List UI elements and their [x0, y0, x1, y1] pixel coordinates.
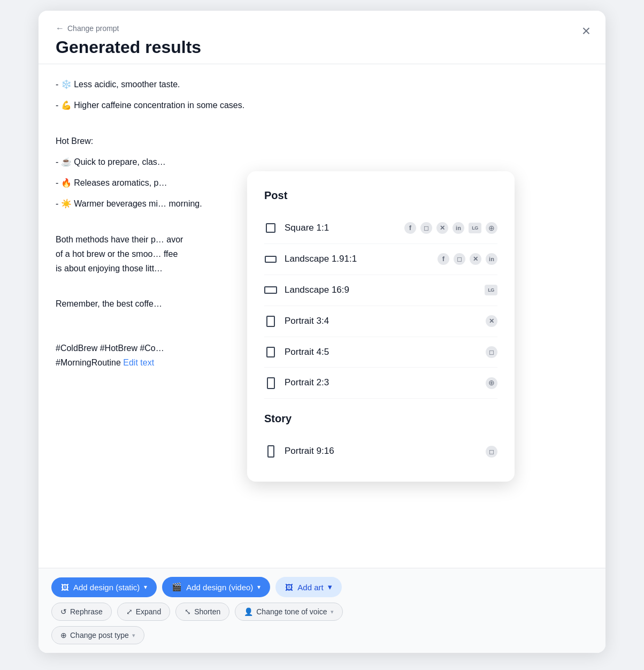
tone-label: Change tone of voice — [256, 607, 327, 616]
ratio-label: Square 1:1 — [285, 220, 329, 236]
ratio-option-portrait-45[interactable]: Portrait 4:5 ◻ — [264, 337, 497, 368]
story-section: Story Portrait 9:16 ◻ — [264, 409, 497, 467]
toolbar-row-2: ↺ Rephrase ⤢ Expand ⤡ Shorten 👤 Change t… — [51, 603, 593, 621]
facebook-icon: f — [404, 222, 416, 234]
ratio-option-landscape-191[interactable]: Landscape 1.91:1 f ◻ ✕ in — [264, 244, 497, 275]
facebook-icon: f — [438, 253, 449, 265]
platform-icons-landscape169: LG — [485, 285, 497, 295]
rephrase-icon: ↺ — [60, 607, 67, 616]
post-section-title: Post — [264, 186, 497, 204]
shorten-icon: ⤡ — [185, 607, 191, 616]
linkedin-icon: in — [453, 222, 464, 234]
expand-icon: ⤢ — [126, 607, 133, 616]
x-icon: ✕ — [486, 315, 497, 327]
back-link[interactable]: ← Change prompt — [56, 24, 588, 33]
ratio-label: Landscape 1.91:1 — [285, 252, 357, 267]
close-button[interactable]: × — [582, 24, 591, 39]
story-section-title: Story — [264, 409, 497, 428]
post-type-icon: ⊕ — [60, 631, 67, 639]
ratio-option-portrait-916[interactable]: Portrait 9:16 ◻ — [264, 436, 497, 467]
art-icon: 🖼 — [285, 583, 293, 592]
ratio-option-square[interactable]: Square 1:1 f ◻ ✕ in LG ⊕ — [264, 213, 497, 244]
platform-icons-portrait23: ⊕ — [486, 377, 497, 389]
expand-label: Expand — [136, 607, 161, 616]
instagram-icon: ◻ — [454, 253, 465, 265]
ratio-item-left: Landscape 16:9 — [264, 283, 349, 298]
x-icon: ✕ — [436, 222, 448, 234]
toolbar-row-1: 🖼 Add design (static) ▾ 🎬 Add design (vi… — [51, 577, 593, 597]
ratio-icon-portrait23 — [264, 377, 277, 390]
chevron-down-icon: ▾ — [331, 608, 334, 615]
ratio-item-left: Landscape 1.91:1 — [264, 252, 357, 267]
toolbar-row-3: ⊕ Change post type ▾ — [51, 626, 593, 644]
lg-icon: LG — [485, 285, 497, 295]
ratio-item-left: Portrait 4:5 — [264, 345, 329, 360]
content-line-4: - ☕ Quick to prepare, clas… — [56, 155, 588, 169]
ratio-label: Portrait 3:4 — [285, 314, 329, 329]
rephrase-button[interactable]: ↺ Rephrase — [51, 603, 112, 621]
main-modal: ← Change prompt Generated results × - ❄️… — [39, 11, 605, 653]
ratio-label: Landscape 16:9 — [285, 283, 349, 298]
chevron-down-icon: ▾ — [132, 632, 135, 639]
add-design-static-button[interactable]: 🖼 Add design (static) ▾ — [51, 577, 157, 597]
ratio-label: Portrait 2:3 — [285, 375, 329, 391]
add-art-button[interactable]: 🖼 Add art ▾ — [275, 577, 341, 597]
platform-icons-portrait34: ✕ — [486, 315, 497, 327]
x-icon: ✕ — [470, 253, 481, 265]
btn-static-label: Add design (static) — [73, 583, 140, 592]
ratio-item-left: Portrait 3:4 — [264, 314, 329, 329]
shorten-button[interactable]: ⤡ Shorten — [175, 603, 229, 621]
modal-header: ← Change prompt Generated results × — [39, 11, 605, 64]
page-title: Generated results — [56, 37, 588, 57]
post-type-dropdown: Post Square 1:1 f ◻ ✕ in LG ⊕ — [247, 171, 515, 482]
btn-video-label: Add design (video) — [186, 583, 253, 592]
chevron-down-icon: ▾ — [144, 583, 147, 591]
ratio-icon-portrait916 — [264, 445, 277, 458]
ratio-icon-landscape169 — [264, 284, 277, 296]
rephrase-label: Rephrase — [70, 607, 103, 616]
content-line-3: Hot Brew: — [56, 134, 588, 148]
ratio-option-landscape-169[interactable]: Landscape 16:9 LG — [264, 275, 497, 306]
platform-icons-square: f ◻ ✕ in LG ⊕ — [404, 222, 497, 234]
ratio-icon-landscape — [264, 253, 277, 265]
content-line-2: - 💪 Higher caffeine concentration in som… — [56, 98, 588, 112]
add-design-video-button[interactable]: 🎬 Add design (video) ▾ — [162, 577, 270, 597]
ratio-label: Portrait 9:16 — [285, 444, 334, 459]
edit-text-link[interactable]: Edit text — [123, 358, 154, 367]
post-type-label: Change post type — [70, 631, 129, 639]
instagram-icon: ◻ — [486, 446, 497, 458]
change-post-type-button[interactable]: ⊕ Change post type ▾ — [51, 626, 144, 644]
content-area: - ❄️ Less acidic, smoother taste. - 💪 Hi… — [39, 64, 605, 475]
chevron-down-icon: ▾ — [257, 583, 260, 591]
ratio-item-left: Portrait 9:16 — [264, 444, 334, 459]
lg-icon: LG — [469, 223, 481, 233]
design-static-icon: 🖼 — [61, 583, 69, 592]
back-arrow-icon: ← — [56, 24, 64, 33]
bottom-toolbar: 🖼 Add design (static) ▾ 🎬 Add design (vi… — [39, 568, 605, 653]
pinterest-icon: ⊕ — [486, 377, 497, 389]
back-label: Change prompt — [67, 24, 119, 33]
ratio-icon-portrait34 — [264, 315, 277, 328]
instagram-icon: ◻ — [486, 346, 497, 358]
platform-icons-portrait916: ◻ — [486, 446, 497, 458]
ratio-label: Portrait 4:5 — [285, 345, 329, 360]
shorten-label: Shorten — [194, 607, 220, 616]
ratio-item-left: Portrait 2:3 — [264, 375, 329, 391]
platform-icons-landscape191: f ◻ ✕ in — [438, 253, 497, 265]
platform-icons-portrait45: ◻ — [486, 346, 497, 358]
content-line-1: - ❄️ Less acidic, smoother taste. — [56, 77, 588, 92]
design-video-icon: 🎬 — [172, 582, 182, 592]
chevron-down-icon: ▾ — [328, 582, 332, 592]
linkedin-icon: in — [486, 253, 497, 265]
ratio-icon-portrait45 — [264, 346, 277, 359]
ratio-icon-square — [264, 222, 277, 234]
instagram-icon: ◻ — [420, 222, 432, 234]
pinterest-icon: ⊕ — [486, 222, 497, 234]
ratio-option-portrait-34[interactable]: Portrait 3:4 ✕ — [264, 306, 497, 337]
ratio-item-left: Square 1:1 — [264, 220, 329, 236]
tone-icon: 👤 — [244, 607, 253, 616]
tone-button[interactable]: 👤 Change tone of voice ▾ — [235, 603, 342, 621]
ratio-option-portrait-23[interactable]: Portrait 2:3 ⊕ — [264, 368, 497, 399]
expand-button[interactable]: ⤢ Expand — [117, 603, 170, 621]
btn-art-label: Add art — [297, 583, 323, 592]
